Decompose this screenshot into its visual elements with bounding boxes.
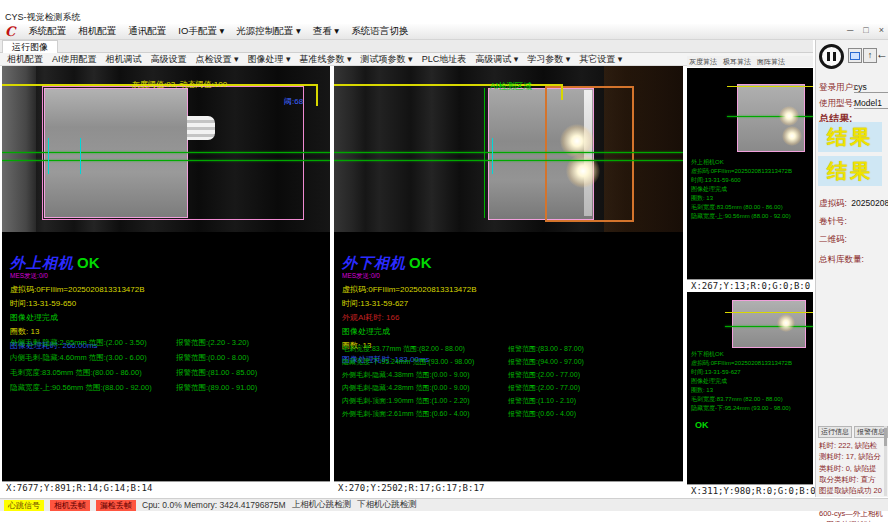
menu-comm-config[interactable]: 通讯配置 (128, 25, 166, 38)
thumbnail-bottom-panel[interactable]: 外下相机OK 虚拟码:0FFIIim=2025020813313472B 时间:… (687, 292, 813, 484)
measure-line-green-vertical (484, 88, 485, 218)
measurement-value: 隐藏宽度-下:95.24mm 范围:(93.00 - 98.00) (342, 358, 474, 365)
left-pixel-coords: X:7677;Y:891;R:14;G:14;B:14 (2, 481, 330, 494)
tab-run-image[interactable]: 运行图像 (2, 40, 58, 54)
tool-ai-config[interactable]: AI使用配置 (52, 53, 97, 65)
measurement-value: 内侧毛刺-隐藏:4.28mm 范围:(0.00 - 9.00) (342, 384, 470, 391)
measurement-row: 外侧毛刺-隐藏:2.95mm 范围:(2.00 - 3.50) 报警范围:(2.… (10, 338, 330, 353)
caption-area-algorithm[interactable]: 面阵算法 (757, 56, 785, 67)
thumb1-pixel-coords: X:267;Y:13;R:0;G:0;B:0 (687, 279, 813, 292)
maximize-icon[interactable]: □ (863, 25, 868, 35)
upload-button[interactable]: ↑ (863, 48, 877, 63)
result-box-bottom: 结果 (818, 156, 882, 186)
minimize-icon[interactable]: ─ (847, 25, 853, 35)
alarm-range: 报警范围:(2.20 - 3.20) (176, 338, 249, 348)
tab-alarm-info[interactable]: 报警信息 (854, 426, 888, 438)
back-button[interactable]: ← (876, 48, 888, 63)
measurement-row: 内侧毛刺-隐藏:4.28mm 范围:(0.00 - 9.00) 报警范围:(2.… (342, 383, 683, 396)
thumb-result-ok: OK (695, 420, 709, 430)
tool-spot-check[interactable]: 点检设置 ▾ (196, 53, 239, 65)
measure-line-green (725, 326, 813, 327)
ai-roi-orange-box (545, 86, 634, 222)
tool-camera-debug[interactable]: 相机调试 (106, 53, 142, 65)
camera-button[interactable] (848, 48, 862, 63)
thumb-log-line: 隐藏宽度-下:95.24mm (93.00 - 98.00) (691, 404, 792, 413)
alarm-range: 报警范围:(83.00 - 87.00) (508, 344, 584, 354)
thumb-log-line: 外下相机OK (691, 350, 792, 359)
measure-line-green (727, 116, 813, 117)
lower-camera-heartbeat: 下相机心跳检测 (357, 499, 417, 511)
measure-line-green (2, 160, 330, 161)
winding-pin-label: 卷针号: (819, 216, 847, 226)
menu-io-config[interactable]: IO手配置 ▾ (178, 25, 224, 38)
tool-other-settings[interactable]: 其它设置 ▾ (579, 53, 622, 65)
measurement-value: 外侧毛刺-隐藏:4.38mm 范围:(0.00 - 9.00) (342, 371, 470, 378)
close-icon[interactable]: × (879, 25, 884, 35)
menu-camera-config[interactable]: 相机配置 (78, 25, 116, 38)
alarm-range: 报警范围:(1.10 - 2.10) (508, 396, 576, 406)
time-line: 时间:13-31-59-650 (10, 298, 145, 309)
measure-line-green (2, 152, 330, 153)
measurement-row: 毛刺宽度:83.77mm 范围:(82.00 - 88.00) 报警范围:(83… (342, 344, 683, 357)
thumb-log-line: 外上相机OK (691, 158, 792, 167)
caption-tab-algorithm[interactable]: 极耳算法 (723, 56, 751, 67)
tool-advanced-settings[interactable]: 高级设置 (151, 53, 187, 65)
caption-gray-algorithm[interactable]: 灰度算法 (689, 56, 717, 67)
thumbnail-caption-strip: 灰度算法 极耳算法 面阵算法 (687, 56, 813, 67)
window-title: CYS-视觉检测系统 (0, 10, 888, 24)
measurement-row: 隐藏宽度-下:95.24mm 范围:(93.00 - 98.00) 报警范围:(… (342, 357, 683, 370)
log-scrollbar[interactable] (884, 426, 887, 496)
middle-pixel-coords: X:270;Y:2502;R:17;G:17;B:17 (334, 481, 683, 494)
measure-line-green (334, 160, 683, 161)
menu-system-config[interactable]: 系统配置 (28, 25, 66, 38)
tool-test-params[interactable]: 测试项参数 ▾ (361, 53, 413, 65)
cell-surface (44, 88, 188, 218)
status-bar: 心跳信号 相机丢帧 漏检丢帧 Cpu: 0.0% Memory: 3424.41… (0, 498, 888, 511)
thumb-log-line: 毛刺宽度:83.77mm (82.00 - 88.00) (691, 395, 792, 404)
tool-advanced-debug[interactable]: 高级调试 ▾ (475, 53, 518, 65)
middle-camera-panel: AI检测区域 外下相机OK MES发送:0/0 虚拟码:0FFIIim=2025… (334, 66, 683, 481)
threshold-overlay: 灰度阈值:93, 动态阈值:100 (132, 79, 227, 90)
turns-line: 圈数: 13 (10, 326, 145, 337)
time-line: 时间:13-31-59-627 (342, 298, 477, 309)
camera-name: 外上相机 (10, 254, 74, 271)
baseline-yellow-drop (561, 84, 563, 100)
pause-button[interactable] (819, 44, 844, 69)
result-ok: OK (409, 254, 432, 271)
middle-camera-view[interactable]: AI检测区域 (334, 66, 683, 232)
tool-camera-config[interactable]: 相机配置 (7, 53, 43, 65)
menu-bar: C 系统配置 相机配置 通讯配置 IO手配置 ▾ 光源控制配置 ▾ 查看 ▾ 系… (0, 24, 888, 40)
baseline-yellow (725, 312, 813, 313)
window-controls: ─ □ × (847, 25, 884, 35)
measurement-value: 毛刺宽度:83.77mm 范围:(82.00 - 88.00) (342, 345, 465, 352)
thumb-log-line: 时间:13-31-59-600 (691, 176, 792, 185)
gain-overlay: 阈:68 (284, 96, 303, 107)
weld-glow (782, 126, 802, 146)
model-value[interactable]: Model1 (854, 98, 888, 109)
model-label: 使用型号: (819, 98, 855, 108)
measurement-row: 隐藏宽度-上:90.56mm 范围:(88.00 - 92.00) 报警范围:(… (10, 383, 330, 398)
thumb-log-line: 图像处理完成 (691, 185, 792, 194)
tool-image-processing[interactable]: 图像处理 ▾ (248, 53, 291, 65)
missed-dropframe-badge: 漏检丢帧 (96, 500, 136, 511)
tab-strip: 运行图像 (0, 40, 813, 53)
tool-plc-table[interactable]: PLC地址表 (422, 53, 467, 65)
alarm-range: 报警范围:(0.00 - 8.00) (176, 353, 249, 363)
weld-glow (779, 106, 799, 126)
tool-baseline-params[interactable]: 基准线参数 ▾ (300, 53, 352, 65)
tool-learning-params[interactable]: 学习参数 ▾ (527, 53, 570, 65)
menu-view[interactable]: 查看 ▾ (313, 25, 339, 38)
measurement-value: 外侧毛刺-顶面:2.61mm 范围:(0.60 - 4.00) (342, 410, 470, 417)
tab-run-info[interactable]: 运行信息 (818, 426, 852, 438)
thumbnail-top-panel[interactable]: 外上相机OK 虚拟码:0FFIIim=2025020813313472B 时间:… (687, 68, 813, 279)
menu-language-switch[interactable]: 系统语言切换 (351, 25, 408, 38)
up-arrow-icon: ↑ (868, 50, 873, 60)
measure-tick-cyan (48, 138, 49, 174)
measurement-row: 内侧毛刺-顶面:1.90mm 范围:(1.00 - 2.20) 报警范围:(1.… (342, 396, 683, 409)
done-line: 图像处理完成 (10, 312, 145, 323)
machine-edge (2, 66, 36, 232)
menu-light-config[interactable]: 光源控制配置 ▾ (236, 25, 300, 38)
camera-name: 外下相机 (342, 254, 406, 271)
upper-camera-heartbeat: 上相机心跳检测 (292, 499, 352, 511)
left-camera-view[interactable]: 灰度阈值:93, 动态阈值:100 阈:68 (2, 66, 330, 232)
